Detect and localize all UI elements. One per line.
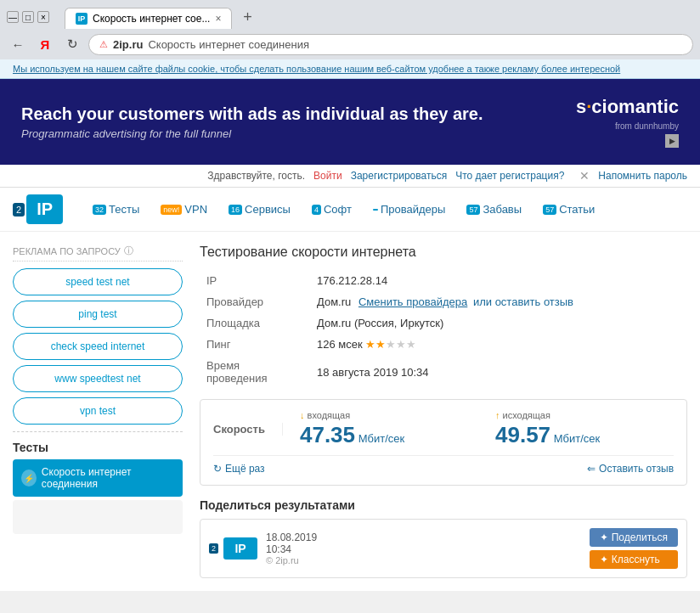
ad-banner: Reach your customers with ads as individ… <box>0 79 700 165</box>
ok-share-button[interactable]: ✦ Класснуть <box>590 550 678 569</box>
page-title: Тестирование скорости интернета <box>200 245 687 260</box>
sidebar-item-placeholder-1 <box>13 500 183 534</box>
minimize-button[interactable]: — <box>7 11 19 23</box>
share-time: 10:34 <box>266 543 317 555</box>
address-bar-row: ← Я ↻ ⚠ 2ip.ru Скорость интернет соедине… <box>0 29 700 59</box>
tab-bar: IP Скорость интернет сое... × + <box>58 5 266 29</box>
table-row-time: Время проведения 18 августа 2019 10:34 <box>200 355 687 389</box>
url-domain: 2ip.ru <box>113 38 143 51</box>
ad-logo-sub: from dunnhumby <box>615 121 679 131</box>
articles-label: Статьи <box>559 203 595 216</box>
sidebar-divider <box>13 431 183 432</box>
close-button[interactable]: × <box>37 11 49 23</box>
fun-badge: 57 <box>466 205 480 215</box>
review-icon: ⇐ <box>587 463 596 475</box>
ad-link-www-speedtest-net[interactable]: www speedtest net <box>13 365 183 392</box>
location-label: Площадка <box>200 312 310 334</box>
share-logo: IP <box>223 537 257 560</box>
nav-services[interactable]: 16 Сервисы <box>220 199 299 220</box>
vpn-label: VPN <box>184 203 207 216</box>
share-date: 18.08.2019 <box>266 531 317 543</box>
soft-label: Софт <box>324 203 352 216</box>
ad-link-ping-test[interactable]: ping test <box>13 301 183 328</box>
again-link[interactable]: ↻ Ещё раз <box>213 463 265 475</box>
ad-corner-icon: ▶ <box>665 134 679 148</box>
nav-fun[interactable]: 57 Забавы <box>458 199 530 220</box>
window-controls: — □ × <box>7 11 49 23</box>
stars-empty: ★★★ <box>386 338 416 351</box>
incoming-speed-col: ↓ входящая 47.35 Мбит/сек <box>300 410 478 448</box>
outgoing-number: 49.57 <box>495 422 550 447</box>
main-content: Тестирование скорости интернета IP 176.2… <box>200 245 687 578</box>
url-path: Скорость интернет соединения <box>148 38 309 51</box>
yandex-button[interactable]: Я <box>34 33 56 55</box>
site-logo[interactable]: IP <box>26 194 63 224</box>
new-tab-button[interactable]: + <box>235 5 259 29</box>
logo-num: 2 <box>13 203 25 217</box>
refresh-button[interactable]: ↻ <box>61 33 83 55</box>
sidebar-item-speed-test[interactable]: ⚡ Скорость интернет соединения <box>13 459 183 497</box>
back-button[interactable]: ← <box>7 33 29 55</box>
table-row-ip: IP 176.212.28.14 <box>200 270 687 291</box>
review-link[interactable]: ⇐ Оставить отзыв <box>587 463 674 475</box>
nav-articles[interactable]: 57 Статьи <box>534 199 603 220</box>
services-badge: 16 <box>229 205 242 215</box>
provider-label: Провайдер <box>200 291 310 312</box>
nav-soft[interactable]: 4 Софт <box>303 199 360 220</box>
tab-favicon: IP <box>76 13 88 25</box>
nav-tests[interactable]: 32 Тесты <box>84 199 148 220</box>
security-icon: ⚠ <box>99 39 108 50</box>
share-title: Поделиться результатами <box>200 498 687 512</box>
up-arrow-icon: ↑ <box>495 410 500 420</box>
close-icon[interactable]: ✕ <box>579 169 590 183</box>
ad-link-vpn-test[interactable]: vpn test <box>13 397 183 425</box>
nav-providers[interactable]: Провайдеры <box>364 199 454 220</box>
nav-vpn[interactable]: new! VPN <box>152 199 216 220</box>
ad-logo: s·ciomantic <box>576 96 679 118</box>
ip-label: IP <box>200 270 310 291</box>
vpn-badge: new! <box>161 205 182 215</box>
logo-container: 2 IP <box>13 194 71 224</box>
articles-badge: 57 <box>543 205 556 215</box>
greeting-text: Здравствуйте, гость. <box>207 170 305 182</box>
register-info-link[interactable]: Что дает регистрация? <box>455 170 564 182</box>
share-card-meta: 18.08.2019 10:34 © 2ip.ru <box>266 531 317 565</box>
ad-link-check-speed-internet[interactable]: check speed internet <box>13 333 183 360</box>
ip-value: 176.212.28.14 <box>310 270 687 291</box>
info-icon[interactable]: ⓘ <box>124 245 133 257</box>
ad-link-speed-test-net[interactable]: speed test net <box>13 268 183 295</box>
tab-close-button[interactable]: × <box>215 13 221 25</box>
speed-header: Скорость ↓ входящая 47.35 Мбит/сек <box>213 410 674 448</box>
incoming-unit: Мбит/сек <box>358 432 405 445</box>
provider-name: Дом.ru <box>317 295 351 308</box>
soft-badge: 4 <box>312 205 321 215</box>
tests-badge: 32 <box>93 205 106 215</box>
address-bar[interactable]: ⚠ 2ip.ru Скорость интернет соединения <box>88 34 693 55</box>
ok-icon: ✦ <box>600 554 608 565</box>
down-arrow-icon: ↓ <box>300 410 305 420</box>
vk-share-button[interactable]: ✦ Поделиться <box>590 528 678 547</box>
ad-subline: Programmatic advertising for the full fu… <box>21 127 483 140</box>
remind-password-link[interactable]: Напомнить пароль <box>598 170 687 182</box>
share-buttons: ✦ Поделиться ✦ Класснуть <box>590 528 678 569</box>
outgoing-speed-value: 49.57 Мбит/сек <box>495 422 674 448</box>
change-provider-link[interactable]: Сменить провайдера <box>358 295 467 308</box>
main-nav: 2 IP 32 Тесты new! VPN 16 Сервисы 4 Софт… <box>0 188 700 232</box>
ad-text: Reach your customers with ads as individ… <box>21 104 483 140</box>
services-label: Сервисы <box>245 203 291 216</box>
table-row-location: Площадка Дом.ru (Россия, Иркутск) <box>200 312 687 334</box>
table-row-ping: Пинг 126 мсек ★★★★★ <box>200 334 687 355</box>
register-link[interactable]: Зарегистрироваться <box>351 170 447 182</box>
maximize-button[interactable]: □ <box>22 11 34 23</box>
sidebar: РЕКЛАМА ПО ЗАПРОСУ ⓘ speed test net ping… <box>13 245 183 578</box>
speed-actions: ↻ Ещё раз ⇐ Оставить отзыв <box>213 455 674 475</box>
share-logo-num: 2 <box>209 543 218 554</box>
user-nav: Здравствуйте, гость. Войти Зарегистриров… <box>0 165 700 188</box>
login-link[interactable]: Войти <box>313 170 342 182</box>
time-value: 18 августа 2019 10:34 <box>310 355 687 389</box>
providers-label: Провайдеры <box>381 203 445 216</box>
speed-label: Скорость <box>213 423 283 436</box>
cookie-notice[interactable]: Мы используем на нашем сайте файлы cooki… <box>0 59 700 79</box>
share-card: 2 IP 18.08.2019 10:34 © 2ip.ru ✦ Поделит… <box>200 519 687 578</box>
active-tab[interactable]: IP Скорость интернет сое... × <box>65 8 232 29</box>
